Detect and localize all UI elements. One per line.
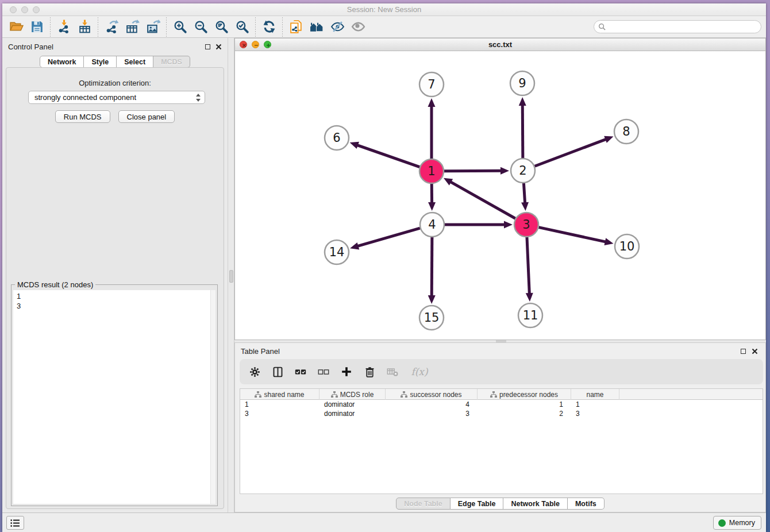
network-canvas[interactable]: 7968124314101511 [235, 51, 765, 340]
close-panel-button[interactable]: Close panel [118, 110, 175, 123]
open-file-icon[interactable] [6, 18, 26, 36]
close-panel-icon[interactable] [215, 44, 222, 50]
graph-node-label: 10 [619, 240, 635, 253]
result-scrollbar[interactable] [210, 290, 215, 504]
float-panel-icon[interactable] [741, 349, 746, 354]
show-all-icon[interactable] [348, 18, 368, 36]
hide-selected-icon[interactable] [327, 18, 348, 36]
unselect-all-checkboxes-icon[interactable] [317, 365, 330, 379]
table-panel-title: Table Panel [241, 347, 280, 356]
table-cell[interactable]: 1 [478, 400, 571, 409]
export-table-icon[interactable] [122, 18, 143, 36]
mcds-result-title: MCDS result (2 nodes) [15, 280, 95, 289]
toolbar-separator [166, 17, 167, 37]
column-selector-icon[interactable] [271, 365, 284, 379]
search-box [594, 20, 761, 33]
first-neighbors-icon[interactable] [306, 18, 327, 36]
graph-edge-3-1[interactable] [450, 182, 515, 218]
table-cell[interactable]: 1 [571, 400, 619, 409]
graph-edge-1-6[interactable] [357, 145, 419, 167]
splitter-grip[interactable] [229, 270, 233, 283]
table-toolbar: f(x) [240, 359, 763, 384]
control-tab-select[interactable]: Select [117, 56, 153, 68]
table-cell[interactable]: 1 [240, 400, 319, 409]
table-panel: Table Panel [234, 342, 766, 512]
control-panel: Control Panel NetworkStyleSelectMCDS Opt… [2, 38, 228, 512]
mcds-result-text[interactable]: 1 3 [13, 290, 215, 504]
export-image-icon[interactable] [143, 18, 163, 36]
delete-table-icon [386, 365, 399, 379]
memory-button[interactable]: Memory [713, 516, 761, 530]
graph-edge-2-9[interactable] [522, 105, 523, 158]
control-tab-network[interactable]: Network [40, 56, 84, 68]
table-tab-motifs[interactable]: Motifs [568, 498, 605, 510]
table-cell[interactable]: 2 [478, 409, 571, 418]
graph-edge-3-11[interactable] [527, 237, 529, 294]
toolbar-separator [50, 17, 51, 37]
column-header-predecessor-nodes[interactable]: predecessor nodes [478, 389, 571, 400]
export-network-icon[interactable] [101, 18, 122, 36]
title-bar: Session: New Session [2, 3, 766, 16]
close-panel-icon[interactable] [752, 348, 758, 354]
table-cell[interactable]: 3 [240, 409, 319, 418]
edge-arrowhead [521, 202, 529, 211]
graph-edge-2-8[interactable] [535, 139, 607, 166]
edge-arrowhead [504, 221, 513, 229]
new-network-from-selection-icon[interactable] [286, 18, 306, 36]
memory-label: Memory [729, 519, 755, 527]
zoom-out-icon[interactable] [190, 18, 211, 36]
column-header-name[interactable]: name [571, 389, 619, 400]
edge-arrowhead [428, 202, 436, 211]
table-tab-node-table[interactable]: Node Table [396, 498, 450, 510]
graph-node-label: 7 [428, 78, 435, 91]
zoom-fit-icon[interactable] [211, 18, 232, 36]
graph-edge-4-15[interactable] [432, 237, 432, 296]
import-network-icon[interactable] [53, 18, 74, 36]
table-cell[interactable]: dominator [319, 409, 386, 418]
table-row[interactable]: 3dominator323 [240, 409, 763, 418]
vertical-splitter[interactable] [228, 38, 234, 512]
table-cell[interactable]: 3 [386, 409, 478, 418]
graph-edge-2-3[interactable] [523, 183, 525, 203]
application-window: Session: New Session [2, 3, 766, 532]
apply-layout-icon[interactable] [259, 18, 279, 36]
status-bar: Memory [2, 512, 766, 532]
edge-arrowhead [605, 238, 614, 245]
table-cell[interactable]: 4 [386, 400, 478, 409]
node-table: shared nameMCDS rolesuccessor nodesprede… [240, 388, 763, 494]
float-panel-icon[interactable] [205, 44, 210, 49]
column-header-successor-nodes[interactable]: successor nodes [386, 389, 478, 400]
zoom-in-icon[interactable] [170, 18, 190, 36]
column-header-shared-name[interactable]: shared name [240, 389, 319, 400]
graph-edge-4-14[interactable] [357, 228, 420, 246]
graph-edge-1-2[interactable] [444, 171, 502, 171]
control-panel-tabs: NetworkStyleSelectMCDS [2, 56, 228, 68]
criterion-dropdown[interactable]: strongly connected component [28, 91, 205, 104]
table-tab-network-table[interactable]: Network Table [503, 498, 568, 510]
add-column-icon[interactable] [340, 365, 353, 379]
import-table-icon[interactable] [74, 18, 95, 36]
run-mcds-button[interactable]: Run MCDS [55, 110, 110, 123]
network-window-titlebar[interactable]: scc.txt [235, 38, 765, 51]
control-tab-mcds[interactable]: MCDS [153, 56, 190, 68]
table-row[interactable]: 1dominator411 [240, 400, 763, 409]
search-input[interactable] [606, 22, 761, 32]
task-history-button[interactable] [6, 516, 24, 530]
memory-status-icon [718, 519, 726, 527]
select-all-checkboxes-icon[interactable] [294, 365, 307, 379]
edge-arrowhead [428, 295, 436, 304]
main-toolbar [2, 16, 766, 38]
table-cell[interactable]: dominator [319, 400, 386, 409]
column-header-mcds-role[interactable]: MCDS role [319, 389, 386, 400]
settings-gear-icon[interactable] [248, 365, 261, 379]
graph-edge-3-10[interactable] [538, 228, 606, 242]
table-tab-edge-table[interactable]: Edge Table [451, 498, 504, 510]
edge-arrowhead [350, 142, 359, 149]
toolbar-separator [282, 17, 283, 37]
save-session-icon[interactable] [26, 18, 47, 36]
graph-node-label: 15 [424, 311, 440, 325]
control-tab-style[interactable]: Style [84, 56, 117, 68]
delete-column-icon[interactable] [363, 365, 376, 379]
zoom-selected-icon[interactable] [232, 18, 252, 36]
table-cell[interactable]: 3 [571, 409, 619, 418]
